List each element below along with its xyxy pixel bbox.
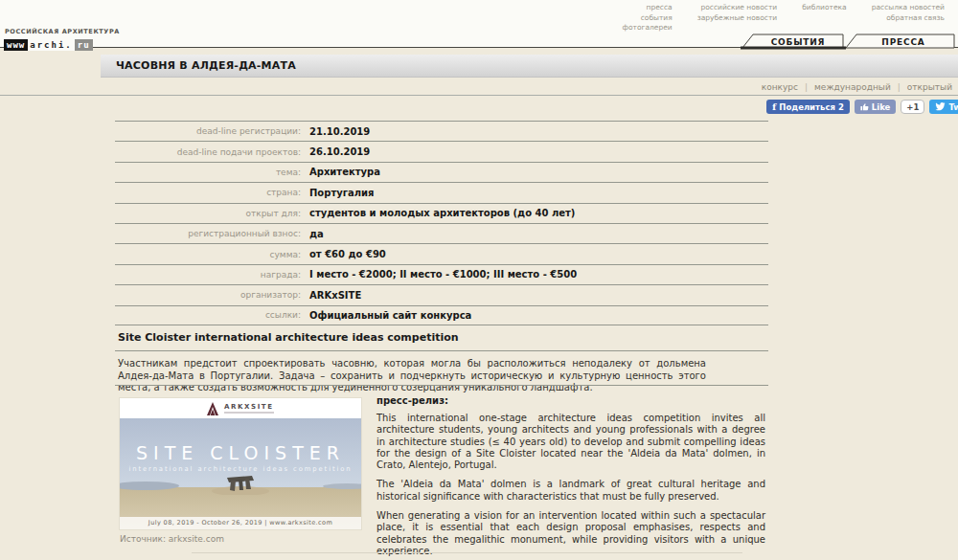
top-menu: пресса события фотогалереи российские но… bbox=[623, 4, 945, 33]
detail-value: 21.10.2019 bbox=[309, 126, 370, 137]
like-button[interactable]: Like bbox=[855, 100, 897, 114]
logo-domain: archi. bbox=[28, 39, 75, 51]
poster-brand-block: ARKXSITE bbox=[224, 403, 274, 414]
press-release-paragraph: When generating a vision for an interven… bbox=[376, 510, 765, 557]
detail-label: dead-line регистрации: bbox=[115, 126, 309, 136]
detail-value: да bbox=[309, 229, 324, 239]
menu-column-contact: рассылка новостей обратная связь bbox=[872, 4, 945, 33]
competition-details-table: dead-line регистрации: 21.10.2019 dead-l… bbox=[115, 121, 768, 325]
poster-dates: July 08, 2019 - October 26, 2019 | www.a… bbox=[120, 517, 361, 529]
detail-label: тема: bbox=[115, 168, 309, 177]
facebook-share-count: 2 bbox=[838, 102, 844, 112]
subnav-konkurs[interactable]: конкурс bbox=[762, 82, 798, 92]
detail-value: I место - €2000; II место - €1000; III м… bbox=[309, 269, 577, 280]
detail-value: от €60 до €90 bbox=[309, 249, 386, 259]
detail-label: dead-line подачи проектов: bbox=[115, 147, 309, 157]
subnav-divider bbox=[0, 95, 958, 96]
source-link[interactable]: arkxsite.com bbox=[169, 534, 224, 544]
table-row: тема: Архитектура bbox=[115, 162, 768, 182]
twitter-bird-icon bbox=[935, 102, 946, 111]
menu-link-library[interactable]: библиотека bbox=[802, 4, 847, 12]
logo-tld: ru bbox=[75, 39, 93, 51]
section-tabs: СОБЫТИЯ ПРЕССА bbox=[671, 33, 958, 51]
source-label: Источник: bbox=[120, 534, 166, 544]
article-intro: Участникам предстоит спроектировать часо… bbox=[118, 358, 706, 394]
table-row: dead-line регистрации: 21.10.2019 bbox=[115, 121, 768, 141]
like-label: Like bbox=[872, 102, 891, 112]
official-site-link[interactable]: Официальный сайт конкурса bbox=[309, 310, 471, 321]
table-row: регистрационный взнос: да bbox=[115, 223, 768, 243]
facebook-icon: f bbox=[772, 101, 776, 112]
plus-one-label: +1 bbox=[906, 102, 919, 112]
article-heading: Site Cloister international architecture… bbox=[118, 331, 459, 344]
detail-label: организатор: bbox=[115, 290, 309, 300]
detail-value: 26.10.2019 bbox=[309, 146, 370, 157]
subnav-open[interactable]: открытый bbox=[907, 82, 952, 92]
press-release: пресс-релиз: This international one-stag… bbox=[376, 395, 765, 560]
detail-label: награда: bbox=[115, 270, 309, 280]
heading-divider bbox=[115, 350, 768, 351]
competition-subnav: конкурс | международный | открытый bbox=[762, 82, 952, 92]
table-row: открыт для: студентов и молодых архитект… bbox=[115, 203, 768, 223]
logo-www: www bbox=[4, 39, 28, 51]
menu-column-library: библиотека bbox=[802, 4, 847, 33]
table-row: сумма: от €60 до €90 bbox=[115, 243, 768, 263]
press-release-paragraph: This international one-stage architectur… bbox=[376, 413, 765, 471]
menu-link-fotogalerei[interactable]: фотогалереи bbox=[623, 24, 673, 33]
thumbs-up-icon bbox=[860, 102, 869, 111]
menu-link-feedback[interactable]: обратная связь bbox=[886, 14, 945, 23]
poster-title: SITE CLOISTER bbox=[120, 442, 361, 463]
detail-value: Португалия bbox=[309, 188, 374, 198]
arkxsite-logo-icon bbox=[207, 402, 218, 415]
tweet-button[interactable]: Tweet bbox=[929, 100, 958, 114]
table-row: организатор: ARKxSITE bbox=[115, 284, 768, 304]
subnav-separator: | bbox=[805, 82, 808, 92]
competition-poster-image[interactable]: ARKXSITE SITE CLOISTER international arc… bbox=[120, 398, 361, 529]
site-name: РОССИЙСКАЯ АРХИТЕКТУРА bbox=[5, 28, 120, 35]
detail-value: Архитектура bbox=[309, 167, 380, 177]
menu-link-newsletter[interactable]: рассылка новостей bbox=[872, 4, 945, 12]
detail-label: страна: bbox=[115, 188, 309, 197]
poster-brand-name: ARKXSITE bbox=[224, 403, 274, 411]
menu-column-press: пресса события фотогалереи bbox=[623, 4, 673, 33]
tweet-label: Tweet bbox=[948, 102, 958, 112]
poster-header: ARKXSITE bbox=[120, 398, 361, 418]
menu-link-sobytiya[interactable]: события bbox=[641, 14, 673, 23]
footer-divider bbox=[192, 552, 742, 553]
detail-value: студентов и молодых архитекторов (до 40 … bbox=[309, 208, 575, 218]
detail-label: открыт для: bbox=[115, 209, 309, 218]
facebook-share-label: Поделиться bbox=[779, 102, 835, 112]
table-row: страна: Португалия bbox=[115, 182, 768, 202]
press-release-label: пресс-релиз: bbox=[376, 395, 765, 406]
detail-value: ARKxSITE bbox=[309, 290, 361, 301]
social-bar: f Поделиться 2 Like +1 Tweet bbox=[766, 100, 950, 114]
detail-label: сумма: bbox=[115, 250, 309, 259]
table-row: ссылки: Официальный сайт конкурса bbox=[115, 305, 768, 325]
intro-divider bbox=[115, 385, 768, 386]
page-title: ЧАСОВНЯ В АЛДЕЯ-ДА-МАТА bbox=[116, 59, 296, 72]
tab-press-label[interactable]: ПРЕССА bbox=[881, 37, 924, 47]
site-logo[interactable]: wwwarchi.ru bbox=[4, 39, 93, 51]
table-row: награда: I место - €2000; II место - €10… bbox=[115, 264, 768, 284]
menu-column-news: российские новости зарубежные новости bbox=[697, 4, 777, 33]
source-line: Источник: arkxsite.com bbox=[120, 534, 224, 544]
detail-label: регистрационный взнос: bbox=[115, 229, 309, 238]
google-plus-one-button[interactable]: +1 bbox=[901, 100, 924, 114]
subnav-separator: | bbox=[898, 82, 901, 92]
detail-label: ссылки: bbox=[115, 310, 309, 320]
poster-brand-tagline bbox=[224, 412, 274, 414]
tab-events-label[interactable]: СОБЫТИЯ bbox=[771, 37, 826, 47]
page-title-bar: ЧАСОВНЯ В АЛДЕЯ-ДА-МАТА bbox=[101, 55, 958, 78]
subnav-international[interactable]: международный bbox=[814, 82, 891, 92]
press-release-paragraph: The 'Aldeia da Mata' dolmen is a landmar… bbox=[376, 479, 765, 503]
menu-link-russian-news[interactable]: российские новости bbox=[700, 4, 777, 12]
tab-events-active-indicator bbox=[741, 47, 846, 50]
dolmen-illustration bbox=[210, 470, 271, 495]
table-row: dead-line подачи проектов: 26.10.2019 bbox=[115, 141, 768, 161]
poster-photo: SITE CLOISTER international architecture… bbox=[120, 418, 361, 529]
menu-link-foreign-news[interactable]: зарубежные новости bbox=[697, 14, 777, 23]
menu-link-pressa[interactable]: пресса bbox=[647, 4, 673, 12]
facebook-share-button[interactable]: f Поделиться 2 bbox=[766, 100, 850, 114]
